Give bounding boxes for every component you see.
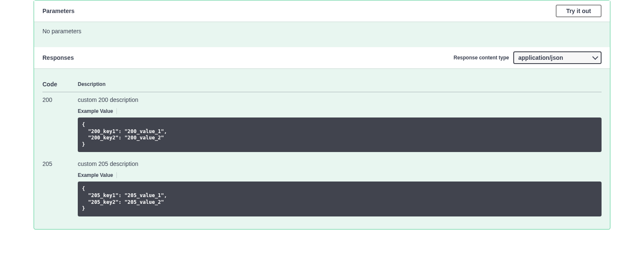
response-content-type-select-wrap: application/json (513, 51, 602, 64)
response-cell: custom 200 description Example Value { "… (78, 92, 602, 157)
parameters-body: No parameters (34, 21, 610, 47)
response-code: 200 (42, 92, 78, 157)
operation-block: Parameters Try it out No parameters Resp… (34, 0, 610, 230)
response-description: custom 205 description (78, 160, 602, 167)
try-it-out-button[interactable]: Try it out (556, 5, 602, 17)
response-description: custom 200 description (78, 96, 602, 103)
response-content-type-label: Response content type (454, 55, 509, 61)
parameters-heading: Parameters (42, 8, 74, 14)
responses-body: Code Description 200 custom 200 descript… (34, 68, 610, 229)
response-code: 205 (42, 156, 78, 220)
column-header-code: Code (42, 77, 78, 92)
example-value-label: Example Value (78, 172, 117, 178)
example-code-block[interactable]: { "205_key1": "205_value_1", "205_key2":… (78, 182, 602, 216)
table-row: 205 custom 205 description Example Value… (42, 156, 602, 220)
parameters-header: Parameters Try it out (34, 0, 610, 21)
table-row: 200 custom 200 description Example Value… (42, 92, 602, 157)
example-value-label: Example Value (78, 108, 117, 114)
responses-table: Code Description 200 custom 200 descript… (42, 77, 602, 221)
example-code-block[interactable]: { "200_key1": "200_value_1", "200_key2":… (78, 117, 602, 152)
response-controls: Response content type application/json (454, 51, 602, 64)
response-content-type-select[interactable]: application/json (513, 51, 602, 64)
response-cell: custom 205 description Example Value { "… (78, 156, 602, 220)
responses-header: Responses Response content type applicat… (34, 47, 610, 68)
responses-heading: Responses (42, 54, 74, 61)
no-parameters-text: No parameters (42, 28, 82, 35)
column-header-description: Description (78, 77, 602, 92)
